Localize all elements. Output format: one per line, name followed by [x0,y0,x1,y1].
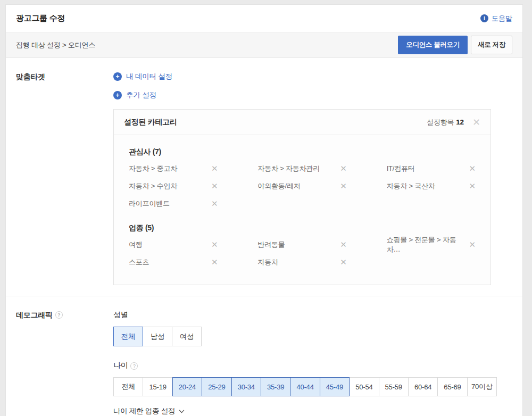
interest-items: 자동차 > 중고차✕ 자동차 > 자동차관리✕ IT/컴퓨터✕ 자동차 > 수입… [129,160,476,212]
breadcrumb-bar: 집행 대상 설정 > 오디언스 오디언스 불러오기 새로 저장 [6,32,522,58]
age-option-40-44[interactable]: 40-44 [290,377,320,396]
remove-icon[interactable]: ✕ [469,164,476,172]
demographic-body: 성별 전체 남성 여성 나이 ? 전체 15-19 20-24 25-29 30… [113,310,512,416]
demographic-section: 데모그래픽 ? 성별 전체 남성 여성 나이 ? 전체 15-19 20-24 … [6,296,522,416]
help-link-label: 도움말 [492,14,512,23]
category-item: 여행✕ [129,236,218,253]
remove-icon[interactable]: ✕ [340,240,346,248]
gender-button-group: 전체 남성 여성 [113,327,512,346]
load-audience-button[interactable]: 오디언스 불러오기 [398,36,468,54]
age-option-50-54[interactable]: 50-54 [349,377,379,396]
demographic-label: 데모그래픽 ? [16,310,113,416]
business-group-title: 업종 (5) [129,223,476,233]
category-item: 라이프이벤트✕ [129,195,218,212]
business-items: 여행✕ 반려동물✕ 쇼핑몰 > 전문몰 > 자동차…✕ 스포츠✕ 자동차✕ [129,236,476,271]
category-item: 자동차 > 수입차✕ [129,177,218,195]
category-item: 자동차 > 중고차✕ [129,160,218,177]
extra-setting-label: 추가 설정 [126,90,156,100]
custom-target-section: 맞춤타겟 + 내 데이터 설정 + 추가 설정 설정된 카테고리 설정항목12 [6,58,522,296]
custom-target-body: + 내 데이터 설정 + 추가 설정 설정된 카테고리 설정항목12 ✕ [113,72,512,285]
question-icon[interactable]: ? [130,362,138,370]
remove-icon[interactable]: ✕ [469,182,476,190]
title-bar: 광고그룹 수정 i 도움말 [6,5,522,32]
age-option-20-24[interactable]: 20-24 [172,377,202,396]
save-new-button[interactable]: 새로 저장 [471,36,512,54]
panel-title: 설정된 카테고리 [124,118,177,127]
age-button-group: 전체 15-19 20-24 25-29 30-34 35-39 40-44 4… [113,377,497,396]
category-item: 자동차 > 자동차관리✕ [257,160,346,177]
age-option-all[interactable]: 전체 [113,377,143,396]
age-option-65-69[interactable]: 65-69 [437,377,467,396]
plus-icon: + [113,72,122,81]
age-option-15-19[interactable]: 15-19 [143,377,172,396]
age-option-55-59[interactable]: 55-59 [379,377,409,396]
close-icon[interactable]: ✕ [472,118,480,127]
interest-group-title: 관심사 (7) [129,147,476,157]
my-data-setting-label: 내 데이터 설정 [126,72,172,81]
category-item: 스포츠✕ [129,253,218,271]
remove-icon[interactable]: ✕ [340,182,346,190]
gender-option-female[interactable]: 여성 [172,327,202,346]
gender-option-male[interactable]: 남성 [143,327,172,346]
remove-icon[interactable]: ✕ [211,240,218,248]
gender-option-all[interactable]: 전체 [113,327,143,346]
remove-icon[interactable]: ✕ [469,240,476,248]
chevron-down-icon [179,410,185,413]
age-option-30-34[interactable]: 30-34 [231,377,261,396]
remove-icon[interactable]: ✕ [340,258,346,266]
gender-label: 성별 [113,310,512,320]
category-item: 자동차 > 국산차✕ [387,177,476,195]
extra-setting-link[interactable]: + 추가 설정 [113,90,512,100]
remove-icon[interactable]: ✕ [211,199,218,207]
custom-target-label: 맞춤타겟 [16,72,113,285]
configured-count-value: 12 [456,118,464,126]
configured-categories-panel: 설정된 카테고리 설정항목12 ✕ 관심사 (7) 자동차 > 중고차✕ 자동차… [113,109,491,285]
panel-header: 설정된 카테고리 설정항목12 ✕ [114,110,491,135]
age-option-35-39[interactable]: 35-39 [261,377,290,396]
remove-icon[interactable]: ✕ [211,258,218,266]
panel-header-right: 설정항목12 ✕ [427,118,480,127]
age-option-70plus[interactable]: 70이상 [467,377,497,396]
info-icon: i [480,14,488,22]
age-option-25-29[interactable]: 25-29 [202,377,231,396]
plus-icon: + [113,91,122,99]
configured-count-label: 설정항목 [427,118,454,126]
panel-body: 관심사 (7) 자동차 > 중고차✕ 자동차 > 자동차관리✕ IT/컴퓨터✕ … [114,135,491,285]
main-content-card: 광고그룹 수정 i 도움말 집행 대상 설정 > 오디언스 오디언스 불러오기 … [5,4,523,416]
remove-icon[interactable]: ✕ [340,164,346,172]
category-item: IT/컴퓨터✕ [387,160,476,177]
category-item: 쇼핑몰 > 전문몰 > 자동차…✕ [387,236,476,253]
help-link[interactable]: i 도움말 [480,14,512,23]
age-option-60-64[interactable]: 60-64 [408,377,438,396]
category-item: 자동차✕ [257,253,346,271]
category-item: 반려동물✕ [257,236,346,253]
age-label: 나이 ? [113,361,512,370]
age-option-45-49[interactable]: 45-49 [320,377,350,396]
toolbar-actions: 오디언스 불러오기 새로 저장 [398,36,512,54]
remove-icon[interactable]: ✕ [211,182,218,190]
page-title: 광고그룹 수정 [16,13,65,23]
configured-count: 설정항목12 [427,118,464,127]
age-restriction-link[interactable]: 나이 제한 업종 설정 [113,406,512,416]
breadcrumb: 집행 대상 설정 > 오디언스 [16,40,95,50]
question-icon[interactable]: ? [55,311,63,319]
remove-icon[interactable]: ✕ [211,164,218,172]
category-item: 야외활동/레저✕ [257,177,346,195]
my-data-setting-link[interactable]: + 내 데이터 설정 [113,72,512,81]
